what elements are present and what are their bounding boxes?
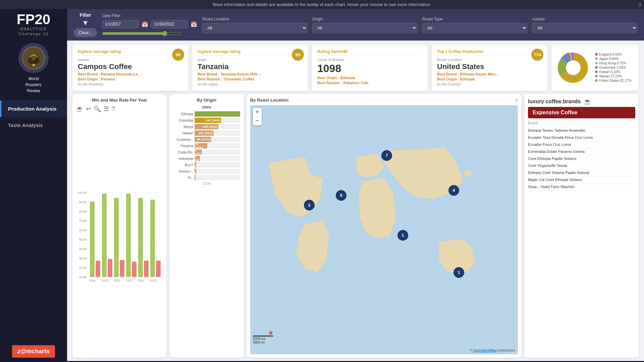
kpi1-detail1: Best Brand : Panama Hacienda La ... xyxy=(78,72,183,76)
roast-location-label: Roast Location xyxy=(202,17,307,21)
origin-name: Kenya xyxy=(173,125,193,129)
svg-point-2 xyxy=(31,54,36,59)
kpi4-detail2: Best Origin : Ethiopia xyxy=(437,77,542,81)
roast-location-select[interactable]: All xyxy=(202,23,307,33)
sidebar-item-production[interactable]: Production Analysis xyxy=(0,101,67,117)
origin-top-label: 100% xyxy=(173,105,240,109)
brand-item[interactable]: Esmeralda Estate Panama Geisha xyxy=(528,148,635,155)
date-range-slider[interactable] xyxy=(102,31,182,36)
brand-item[interactable]: Slurp... Violet Farm Washed... xyxy=(528,183,635,190)
coffee-icon: ☕ xyxy=(583,98,592,106)
origin-bar-wrap xyxy=(195,111,240,117)
origin-name: Costa Ric. xyxy=(173,150,193,154)
origin-bar-wrap: 1K (3%) xyxy=(195,169,240,174)
roaster-label: roaster xyxy=(532,17,637,21)
roast-type-label: Roast Type xyxy=(422,17,527,21)
origin-bar: 7K (16%) xyxy=(195,143,207,148)
roast-type-filter: Roast Type All xyxy=(422,17,527,33)
kpi3-detail1: Best Origin : Ethiopia xyxy=(317,76,422,80)
undo-icon[interactable]: ↩ xyxy=(86,105,91,113)
sidebar-item-taste[interactable]: Taste Analysis xyxy=(0,117,67,134)
calendar-icon-start[interactable]: 📅 xyxy=(142,21,148,27)
map-marker-4[interactable]: 4 xyxy=(448,185,459,196)
list-icon[interactable]: ☰ xyxy=(104,105,109,113)
kpi3-subtitle: Count of Brands xyxy=(317,58,422,62)
origin-bar: 9K (21%) xyxy=(195,137,211,142)
origin-select[interactable]: All xyxy=(312,23,417,33)
expensive-title: Expensive Coffee xyxy=(528,107,635,118)
zoom-out-button[interactable]: − xyxy=(253,117,262,125)
roaster-select[interactable]: All xyxy=(532,23,637,33)
roast-type-select[interactable]: All xyxy=(422,23,527,33)
origin-row: Colombia 14K (34%) xyxy=(173,118,240,123)
logo-subtitle: ANALYTICSChallenge 16 xyxy=(17,26,50,37)
date-end-input[interactable] xyxy=(151,20,188,28)
pin-icon: 📍 xyxy=(267,331,274,338)
expensive-coffee-panel: luxury coffee brands ☕ Expensive Coffee … xyxy=(525,94,639,358)
brand-item[interactable]: Ecuador Taza Dorada Finca Cruz Loma xyxy=(528,134,635,141)
zoom-in-button[interactable]: + xyxy=(253,108,262,117)
donut-panel: ? xyxy=(551,45,639,91)
map-marker-6[interactable]: 6 xyxy=(336,190,346,201)
origin-bottom-label: 3.1% xyxy=(173,182,240,185)
kpi2-detail2: Best Roaster : Chromatic Coffee xyxy=(198,77,303,81)
roast-location-filter: Roast Location All xyxy=(202,17,307,33)
help-icon[interactable]: ? xyxy=(112,106,115,113)
svg-rect-36 xyxy=(156,261,161,277)
origin-bars: Ethiopia Colombia 14K (34%) Kenya 13K (3… xyxy=(173,111,240,180)
origin-name: Guatema... xyxy=(173,138,193,141)
brand-item[interactable]: Ethiopia Tamiru Tadesse Anaerobic xyxy=(528,127,635,134)
map-marker-3[interactable]: 3 xyxy=(304,200,315,210)
origin-bar-wrap: 13K (32%) xyxy=(195,124,240,129)
map-marker-1a[interactable]: 1 xyxy=(397,230,408,241)
svg-text:90.00: 90.00 xyxy=(79,200,87,204)
svg-text:2018: 2018 xyxy=(89,279,96,282)
map-panel: By Roast Location ? xyxy=(247,94,521,358)
kpi2-subtitle: origin xyxy=(198,58,303,62)
by-origin-title: By Origin xyxy=(173,98,240,103)
brand-item[interactable]: Civet Yirgacheffe Sisota xyxy=(528,162,635,169)
brand-item[interactable]: Magic Cat Civet Ethiopia Sidamo xyxy=(528,176,635,183)
brand-item[interactable]: Ethiopia Civet Sidama Papilio Natural xyxy=(528,169,635,176)
map-help-icon[interactable]: ? xyxy=(515,99,518,105)
svg-text:40.00: 40.00 xyxy=(79,247,87,251)
origin-bar xyxy=(195,111,240,117)
date-filter-group: Date Filter 📅 📅 xyxy=(102,13,197,36)
svg-rect-33 xyxy=(138,198,143,277)
svg-rect-28 xyxy=(108,259,112,277)
origin-bar: 1K (3%) xyxy=(195,162,196,168)
luxury-header: luxury coffee brands ☕ xyxy=(528,98,635,106)
zmcharts-logo: z@mcharts xyxy=(12,345,55,358)
origin-bar-label: 3K (6%) xyxy=(193,155,199,162)
origin-bar: 4K (10%) xyxy=(195,149,202,155)
svg-text:2019: 2019 xyxy=(102,279,108,282)
bar-chart-area: 100.00 90.00 80.00 70.00 60.00 50.00 40.… xyxy=(76,115,163,354)
kpi2-title: highest average rating xyxy=(198,49,303,56)
brand-item[interactable]: Civet Ethiopia Papilio Sidamo xyxy=(528,155,635,162)
origin-row: Democr... 1K (3%) xyxy=(173,169,240,174)
origin-bar-wrap: 10K (25%) xyxy=(195,130,240,136)
origin-name: Indonesia xyxy=(173,157,193,161)
pie-legend: England 0.56% Japan 0.64% Hong Kong 0.72… xyxy=(595,53,632,83)
kpi2-note: (in this origin) xyxy=(198,82,303,86)
kpi4-subtitle: Roast Location xyxy=(437,58,542,62)
map-marker-7[interactable]: 7 xyxy=(381,150,392,161)
kpi4-note: (in this Country) xyxy=(437,82,542,86)
origin-bar-label: 14K (34%) xyxy=(206,119,220,122)
date-start-input[interactable] xyxy=(102,20,139,28)
kpi4-detail1: Best Brand : Ethiopia Kayon Mou... xyxy=(437,72,542,76)
sidebar-nav: Production Analysis Taste Analysis xyxy=(0,101,67,134)
coffee-cup-icon: ☕ xyxy=(76,105,83,113)
origin-bar-wrap: 3K (6%) xyxy=(195,156,240,161)
map-zoom-controls: + − xyxy=(253,108,262,125)
map-title: By Roast Location xyxy=(250,98,288,103)
date-filter-label: Date Filter xyxy=(102,13,197,18)
calendar-icon-end[interactable]: 📅 xyxy=(191,21,197,27)
brand-item[interactable]: Ecuador Finca Cruz Loma xyxy=(528,141,635,148)
origin-bar: 13K (32%) xyxy=(195,124,218,129)
openstreetmap-link[interactable]: OpenStreetMap xyxy=(473,349,497,352)
origin-bar-wrap: 4K (10%) xyxy=(195,149,240,155)
svg-text:80.00: 80.00 xyxy=(79,210,87,213)
clear-button[interactable]: Clear... xyxy=(74,28,97,37)
zoom-icon[interactable]: 🔍 xyxy=(94,105,101,113)
